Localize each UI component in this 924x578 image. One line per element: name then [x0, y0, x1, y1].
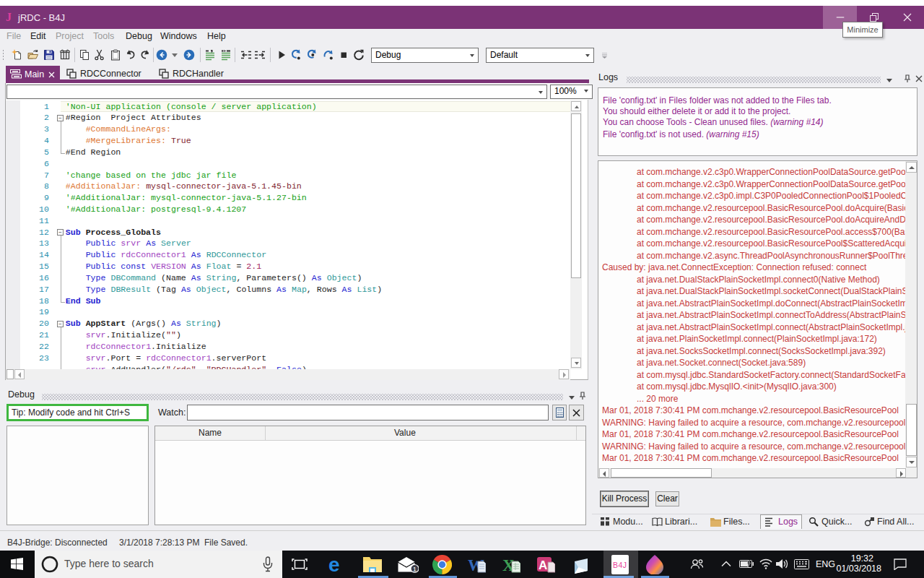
svg-text:A: A — [539, 558, 547, 572]
svg-text:1: 1 — [413, 565, 417, 573]
